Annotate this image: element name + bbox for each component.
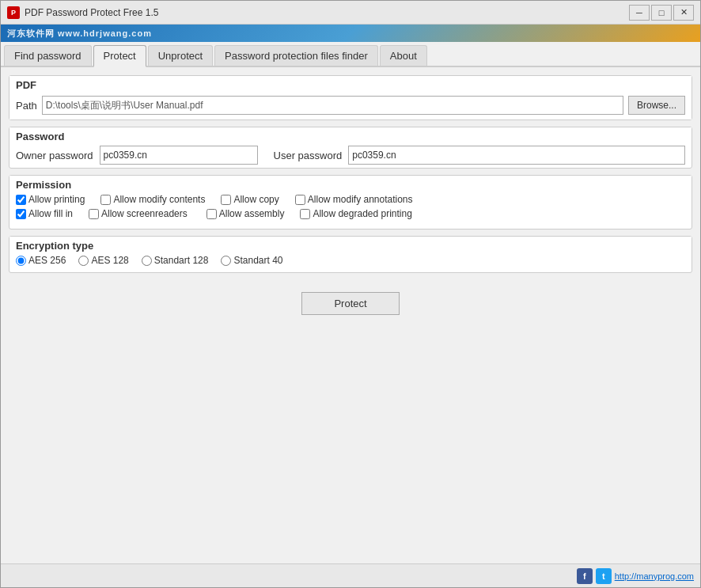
encryption-row: AES 256 AES 128 Standart 128 Standart 40: [9, 252, 692, 272]
allow-assembly-checkbox[interactable]: [207, 209, 217, 219]
watermark-text: 河东软件网 www.hdrjwang.com: [7, 28, 152, 40]
allow-copy-checkbox[interactable]: [221, 195, 231, 205]
window-controls: ─ □ ✕: [629, 5, 694, 21]
standart128-radio[interactable]: [142, 256, 152, 266]
permission-section-label: Permission: [9, 176, 692, 191]
tab-protect[interactable]: Protect: [93, 45, 146, 67]
permission-row-2: Allow fill in Allow screenreaders Allow …: [16, 208, 685, 219]
pdf-section: PDF Path Browse...: [9, 75, 692, 120]
perm-allow-screenreaders: Allow screenreaders: [89, 208, 188, 219]
allow-screenreaders-checkbox[interactable]: [89, 209, 99, 219]
allow-degraded-printing-checkbox[interactable]: [300, 209, 310, 219]
app-window: P PDF Password Protect Free 1.5 ─ □ ✕ 河东…: [0, 0, 701, 588]
content-area: PDF Path Browse... Password Owner passwo…: [1, 67, 700, 563]
perm-allow-degraded-printing: Allow degraded printing: [300, 208, 411, 219]
encryption-section: Encryption type AES 256 AES 128 Standart…: [9, 236, 692, 273]
browse-button[interactable]: Browse...: [628, 96, 685, 115]
pdf-path-row: Path Browse...: [9, 91, 692, 119]
enc-aes256: AES 256: [16, 255, 66, 266]
standart128-label[interactable]: Standart 128: [154, 255, 209, 266]
facebook-icon[interactable]: f: [577, 568, 593, 584]
path-input[interactable]: [42, 96, 623, 115]
allow-assembly-label[interactable]: Allow assembly: [219, 208, 285, 219]
allow-fill-in-label[interactable]: Allow fill in: [28, 208, 73, 219]
tab-about[interactable]: About: [380, 45, 427, 66]
allow-modify-annotations-checkbox[interactable]: [295, 195, 305, 205]
user-password-label: User password: [274, 150, 343, 161]
allow-printing-checkbox[interactable]: [16, 195, 26, 205]
standart40-radio[interactable]: [221, 256, 231, 266]
encryption-section-label: Encryption type: [9, 237, 692, 252]
watermark-bar: 河东软件网 www.hdrjwang.com: [1, 25, 700, 42]
tab-find-password[interactable]: Find password: [4, 45, 92, 66]
allow-modify-annotations-label[interactable]: Allow modify annotations: [308, 194, 413, 205]
allow-screenreaders-label[interactable]: Allow screenreaders: [101, 208, 188, 219]
user-password-input[interactable]: [348, 146, 685, 165]
perm-allow-printing: Allow printing: [16, 194, 85, 205]
password-row: Owner password User password: [9, 142, 692, 168]
allow-fill-in-checkbox[interactable]: [16, 209, 26, 219]
perm-allow-fill-in: Allow fill in: [16, 208, 73, 219]
app-icon: P: [7, 6, 20, 19]
perm-allow-modify-annotations: Allow modify annotations: [295, 194, 413, 205]
permission-grid: Allow printing Allow modify contents All…: [9, 191, 692, 229]
title-bar: P PDF Password Protect Free 1.5 ─ □ ✕: [1, 1, 700, 25]
aes128-label[interactable]: AES 128: [91, 255, 128, 266]
perm-allow-assembly: Allow assembly: [207, 208, 285, 219]
aes128-radio[interactable]: [78, 256, 89, 266]
owner-password-label: Owner password: [16, 150, 93, 161]
protect-button-container: Protect: [9, 279, 692, 328]
enc-standart40: Standart 40: [221, 255, 282, 266]
allow-degraded-printing-label[interactable]: Allow degraded printing: [313, 208, 411, 219]
enc-aes128: AES 128: [78, 255, 128, 266]
pdf-section-label: PDF: [9, 76, 692, 91]
path-label: Path: [16, 100, 37, 112]
owner-password-input[interactable]: [100, 146, 258, 165]
permission-section: Permission Allow printing Allow modify c…: [9, 175, 692, 230]
enc-standart128: Standart 128: [142, 255, 209, 266]
window-title: PDF Password Protect Free 1.5: [25, 7, 629, 18]
maximize-button[interactable]: □: [651, 5, 672, 21]
perm-allow-modify-contents: Allow modify contents: [100, 194, 205, 205]
status-bar: f t http://manyprog.com: [1, 563, 700, 587]
allow-copy-label[interactable]: Allow copy: [233, 194, 279, 205]
password-section: Password Owner password User password: [9, 127, 692, 169]
twitter-icon[interactable]: t: [596, 568, 612, 584]
social-icons: f t http://manyprog.com: [577, 568, 694, 584]
tab-unprotect[interactable]: Unprotect: [148, 45, 213, 66]
perm-allow-copy: Allow copy: [221, 194, 279, 205]
allow-modify-contents-checkbox[interactable]: [100, 195, 111, 205]
standart40-label[interactable]: Standart 40: [233, 255, 282, 266]
website-link[interactable]: http://manyprog.com: [615, 571, 694, 581]
allow-modify-contents-label[interactable]: Allow modify contents: [113, 194, 205, 205]
close-button[interactable]: ✕: [673, 5, 694, 21]
password-section-label: Password: [9, 127, 692, 142]
aes256-radio[interactable]: [16, 256, 26, 266]
allow-printing-label[interactable]: Allow printing: [28, 194, 85, 205]
minimize-button[interactable]: ─: [629, 5, 650, 21]
aes256-label[interactable]: AES 256: [28, 255, 66, 266]
tab-password-protection-finder[interactable]: Password protection files finder: [214, 45, 378, 66]
protect-button[interactable]: Protect: [301, 292, 399, 315]
permission-row-1: Allow printing Allow modify contents All…: [16, 194, 685, 205]
tab-bar: Find password Protect Unprotect Password…: [1, 42, 700, 67]
